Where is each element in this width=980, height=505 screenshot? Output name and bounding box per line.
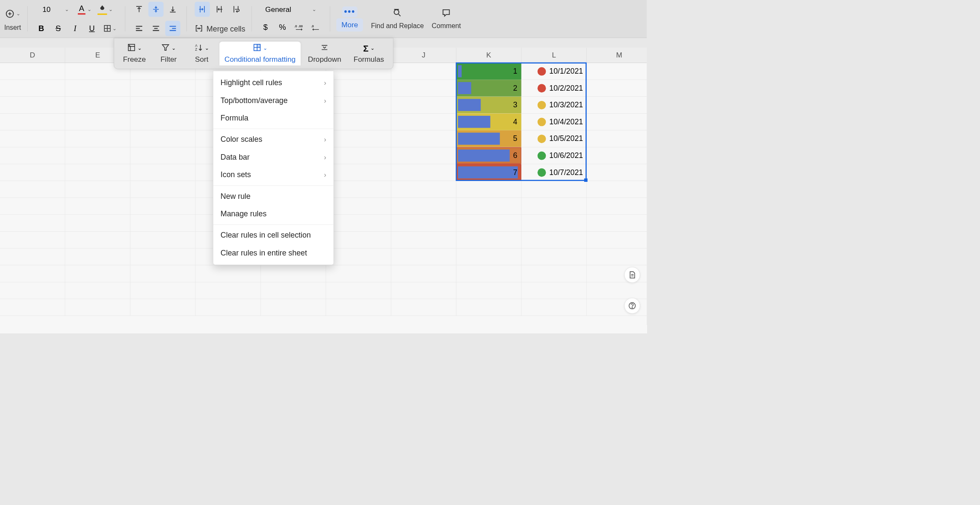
iconset-cell[interactable]: 10/6/2021: [522, 147, 586, 164]
cell[interactable]: [65, 232, 130, 249]
cell[interactable]: 1: [456, 63, 522, 80]
cell[interactable]: [130, 130, 195, 147]
cell[interactable]: [587, 97, 647, 114]
cell[interactable]: [456, 215, 522, 232]
cell[interactable]: [0, 130, 65, 147]
font-size-select[interactable]: 10 ⌄: [37, 3, 74, 16]
col-header[interactable]: J: [391, 48, 456, 63]
bold-button[interactable]: B: [34, 21, 49, 36]
cell[interactable]: 5: [456, 130, 522, 147]
col-header[interactable]: D: [0, 48, 65, 63]
databar-cell[interactable]: 5: [456, 130, 521, 147]
underline-button[interactable]: U: [84, 21, 100, 36]
cell[interactable]: [326, 299, 391, 316]
menu-top-bottom-average[interactable]: Top/bottom/average ›: [213, 92, 333, 109]
cell[interactable]: [587, 130, 647, 147]
cell[interactable]: [587, 248, 647, 265]
wrap-clip-button[interactable]: [229, 2, 244, 17]
cell[interactable]: [391, 282, 456, 299]
cell[interactable]: [587, 232, 647, 249]
cell[interactable]: [0, 215, 65, 232]
percent-button[interactable]: %: [275, 20, 290, 35]
cell[interactable]: [195, 282, 261, 299]
number-format-select[interactable]: General ⌄: [261, 3, 321, 16]
wrap-overflow-button[interactable]: [195, 2, 210, 17]
italic-button[interactable]: I: [67, 21, 83, 36]
cell[interactable]: [261, 282, 326, 299]
cell[interactable]: [391, 63, 456, 80]
cell[interactable]: [587, 215, 647, 232]
cell[interactable]: [0, 282, 65, 299]
more-button[interactable]: More: [336, 18, 363, 32]
freeze-button[interactable]: ⌄ Freeze: [118, 42, 151, 66]
cell[interactable]: [0, 232, 65, 249]
dropdown-button[interactable]: Dropdown: [303, 42, 346, 66]
cell[interactable]: [130, 232, 195, 249]
cell[interactable]: [391, 114, 456, 131]
cell[interactable]: [391, 299, 456, 316]
cell[interactable]: [0, 147, 65, 164]
halign-right-button[interactable]: [165, 21, 181, 36]
databar-cell[interactable]: 4: [456, 114, 521, 130]
iconset-cell[interactable]: 10/3/2021: [522, 97, 586, 113]
iconset-cell[interactable]: 10/7/2021: [522, 164, 586, 181]
cell[interactable]: [587, 282, 647, 299]
merge-label[interactable]: Merge cells: [206, 25, 245, 33]
menu-icon-sets[interactable]: Icon sets ›: [213, 166, 333, 184]
cell[interactable]: [130, 265, 195, 282]
cell[interactable]: [0, 80, 65, 97]
valign-bottom-button[interactable]: [165, 2, 181, 17]
cell[interactable]: 10/5/2021: [522, 130, 587, 147]
cell[interactable]: [0, 299, 65, 316]
valign-middle-button[interactable]: [149, 2, 164, 17]
cell[interactable]: [456, 198, 522, 215]
currency-button[interactable]: $: [258, 20, 273, 35]
cell[interactable]: [195, 265, 261, 282]
cell[interactable]: [0, 164, 65, 181]
cell[interactable]: [130, 80, 195, 97]
cell[interactable]: [65, 147, 130, 164]
insert-icon[interactable]: ⌄: [5, 6, 20, 22]
cell[interactable]: [326, 147, 391, 164]
cell[interactable]: [130, 181, 195, 198]
cell[interactable]: [326, 97, 391, 114]
cell[interactable]: 10/4/2021: [522, 114, 587, 131]
find-replace-icon[interactable]: [393, 8, 402, 20]
comment-icon[interactable]: [441, 8, 451, 20]
strike-button[interactable]: S: [51, 21, 66, 36]
cell[interactable]: 10/7/2021: [522, 164, 587, 181]
font-color-button[interactable]: A⌄: [76, 2, 94, 17]
databar-cell[interactable]: 6: [456, 147, 521, 164]
menu-data-bar[interactable]: Data bar ›: [213, 148, 333, 166]
cell[interactable]: 3: [456, 97, 522, 114]
merge-cells-button[interactable]: [193, 21, 205, 36]
cell[interactable]: [391, 164, 456, 181]
cell[interactable]: [456, 282, 522, 299]
cell[interactable]: [0, 248, 65, 265]
more-icon[interactable]: •••: [342, 6, 358, 17]
databar-cell[interactable]: 1: [456, 63, 521, 80]
conditional-formatting-button[interactable]: ⌄ Conditional formatting: [219, 42, 301, 66]
cell[interactable]: [456, 248, 522, 265]
cell[interactable]: [65, 299, 130, 316]
cell[interactable]: [587, 147, 647, 164]
cell[interactable]: [522, 215, 587, 232]
halign-left-button[interactable]: [132, 21, 147, 36]
col-header[interactable]: K: [456, 48, 522, 63]
cell[interactable]: [130, 147, 195, 164]
cell[interactable]: [391, 232, 456, 249]
cell[interactable]: [326, 181, 391, 198]
cell[interactable]: [326, 114, 391, 131]
cell[interactable]: [326, 164, 391, 181]
col-header[interactable]: L: [522, 48, 587, 63]
comment-label[interactable]: Comment: [432, 22, 461, 29]
cell[interactable]: [0, 63, 65, 80]
col-header[interactable]: M: [587, 48, 647, 63]
cell[interactable]: [587, 114, 647, 131]
valign-top-button[interactable]: [132, 2, 147, 17]
cell[interactable]: [522, 181, 587, 198]
cell[interactable]: 7: [456, 164, 522, 181]
borders-button[interactable]: ⌄: [101, 21, 119, 36]
cell[interactable]: [391, 215, 456, 232]
cell[interactable]: [326, 232, 391, 249]
